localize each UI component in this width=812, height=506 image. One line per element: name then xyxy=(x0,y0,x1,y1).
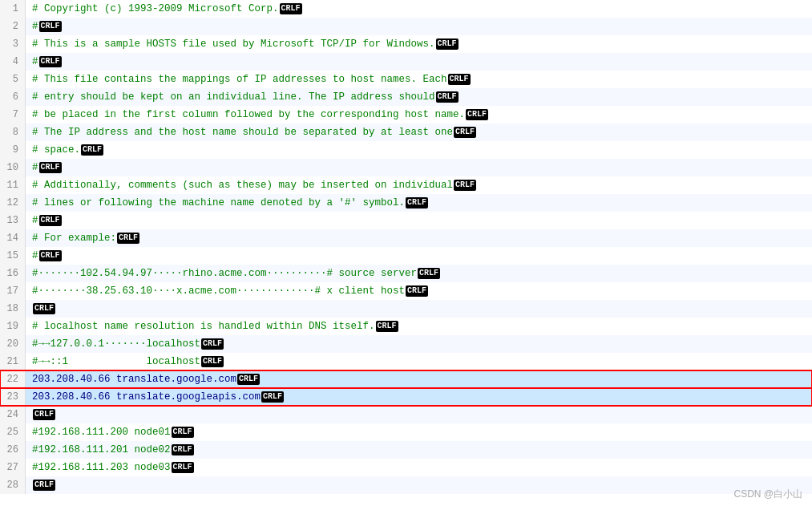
line-number: 28 xyxy=(0,476,26,494)
crlf-badge: CRLF xyxy=(39,250,62,261)
line-text: # xyxy=(26,18,38,35)
watermark: CSDN @白小山 xyxy=(733,488,802,501)
line-number: 24 xyxy=(0,406,26,423)
line-number: 13 xyxy=(0,212,26,229)
line-number: 1 xyxy=(0,0,26,18)
line-9: 9# space.CRLF xyxy=(0,141,812,159)
line-number: 2 xyxy=(0,18,26,35)
line-2: 2#CRLF xyxy=(0,18,812,35)
crlf-badge: CRLF xyxy=(81,144,103,156)
crlf-badge: CRLF xyxy=(406,197,428,208)
line-container: 1# Copyright (c) 1993-2009 Microsoft Cor… xyxy=(0,0,812,494)
line-text: # This is a sample HOSTS file used by Mi… xyxy=(26,35,435,53)
line-text: # xyxy=(26,247,38,265)
line-4: 4#CRLF xyxy=(0,53,812,71)
line-text: # xyxy=(26,53,38,71)
line-23: 23203.208.40.66 translate.googleapis.com… xyxy=(0,388,812,406)
line-21: 21#→→::1 localhostCRLF xyxy=(0,353,812,370)
line-11: 11# Additionally, comments (such as thes… xyxy=(0,176,812,194)
crlf-badge: CRLF xyxy=(33,480,55,491)
line-number: 9 xyxy=(0,141,26,159)
line-15: 15#CRLF xyxy=(0,247,812,265)
line-text: # Copyright (c) 1993-2009 Microsoft Corp… xyxy=(26,0,279,18)
line-number: 5 xyxy=(0,71,26,88)
crlf-badge: CRLF xyxy=(466,109,488,120)
line-5: 5# This file contains the mappings of IP… xyxy=(0,71,812,88)
line-text: 203.208.40.66 translate.googleapis.com xyxy=(26,388,261,406)
line-24: 24CRLF xyxy=(0,406,812,423)
line-text: # Additionally, comments (such as these)… xyxy=(26,176,453,194)
crlf-badge: CRLF xyxy=(237,374,260,385)
line-number: 20 xyxy=(0,335,26,353)
line-text: # This file contains the mappings of IP … xyxy=(26,71,447,88)
line-16: 16#·······102.54.94.97·····rhino.acme.co… xyxy=(0,265,812,282)
line-number: 12 xyxy=(0,194,26,212)
line-19: 19# localhost name resolution is handled… xyxy=(0,318,812,335)
line-number: 3 xyxy=(0,35,26,53)
line-number: 14 xyxy=(0,229,26,247)
line-text: #·······102.54.94.97·····rhino.acme.com·… xyxy=(26,265,417,282)
line-number: 10 xyxy=(0,159,26,176)
line-text: #192.168.111.203 node03 xyxy=(26,459,171,476)
line-22: 22203.208.40.66 translate.google.comCRLF xyxy=(0,370,812,388)
crlf-badge: CRLF xyxy=(39,215,62,226)
line-20: 20#→→127.0.0.1·······localhostCRLF xyxy=(0,335,812,353)
line-text: 203.208.40.66 translate.google.com xyxy=(26,370,236,388)
line-text: #→→::1 localhost xyxy=(26,353,200,370)
line-13: 13#CRLF xyxy=(0,212,812,229)
line-number: 8 xyxy=(0,123,26,141)
crlf-badge: CRLF xyxy=(201,356,224,367)
crlf-badge: CRLF xyxy=(448,74,471,85)
line-1: 1# Copyright (c) 1993-2009 Microsoft Cor… xyxy=(0,0,812,18)
line-17: 17#········38.25.63.10····x.acme.com····… xyxy=(0,282,812,300)
line-number: 15 xyxy=(0,247,26,265)
line-text: #192.168.111.200 node01 xyxy=(26,423,171,441)
crlf-badge: CRLF xyxy=(406,285,428,297)
crlf-badge: CRLF xyxy=(117,233,139,244)
crlf-badge: CRLF xyxy=(39,162,62,173)
line-18: 18CRLF xyxy=(0,300,812,318)
crlf-badge: CRLF xyxy=(418,268,440,279)
line-number: 25 xyxy=(0,423,26,441)
line-10: 10#CRLF xyxy=(0,159,812,176)
line-28: 28CRLF xyxy=(0,476,812,494)
line-text: # localhost name resolution is handled w… xyxy=(26,318,375,335)
line-26: 26#192.168.111.201 node02CRLF xyxy=(0,441,812,459)
crlf-badge: CRLF xyxy=(376,321,398,332)
crlf-badge: CRLF xyxy=(172,427,194,438)
line-number: 6 xyxy=(0,88,26,106)
line-number: 23 xyxy=(0,388,26,406)
line-number: 11 xyxy=(0,176,26,194)
crlf-badge: CRLF xyxy=(454,127,476,138)
line-number: 22 xyxy=(0,370,26,388)
line-number: 18 xyxy=(0,300,26,318)
crlf-badge: CRLF xyxy=(261,391,284,403)
crlf-badge: CRLF xyxy=(33,409,55,420)
line-7: 7# be placed in the first column followe… xyxy=(0,106,812,123)
line-text: # be placed in the first column followed… xyxy=(26,106,465,123)
crlf-badge: CRLF xyxy=(172,462,194,473)
line-number: 7 xyxy=(0,106,26,123)
editor: 1# Copyright (c) 1993-2009 Microsoft Cor… xyxy=(0,0,812,506)
line-number: 26 xyxy=(0,441,26,459)
line-text: # For example: xyxy=(26,229,116,247)
line-text: # xyxy=(26,159,38,176)
line-text: #→→127.0.0.1·······localhost xyxy=(26,335,200,353)
line-12: 12# lines or following the machine name … xyxy=(0,194,812,212)
crlf-badge: CRLF xyxy=(436,38,459,50)
line-text: # lines or following the machine name de… xyxy=(26,194,405,212)
line-number: 19 xyxy=(0,318,26,335)
line-number: 21 xyxy=(0,353,26,370)
line-6: 6# entry should be kept on an individual… xyxy=(0,88,812,106)
line-text: # xyxy=(26,212,38,229)
line-text: #192.168.111.201 node02 xyxy=(26,441,171,459)
line-number: 27 xyxy=(0,459,26,476)
line-14: 14# For example:CRLF xyxy=(0,229,812,247)
line-text: # The IP address and the host name shoul… xyxy=(26,123,453,141)
line-8: 8# The IP address and the host name shou… xyxy=(0,123,812,141)
line-number: 17 xyxy=(0,282,26,300)
crlf-badge: CRLF xyxy=(436,91,459,103)
crlf-badge: CRLF xyxy=(280,3,302,14)
crlf-badge: CRLF xyxy=(454,180,476,191)
line-number: 4 xyxy=(0,53,26,71)
